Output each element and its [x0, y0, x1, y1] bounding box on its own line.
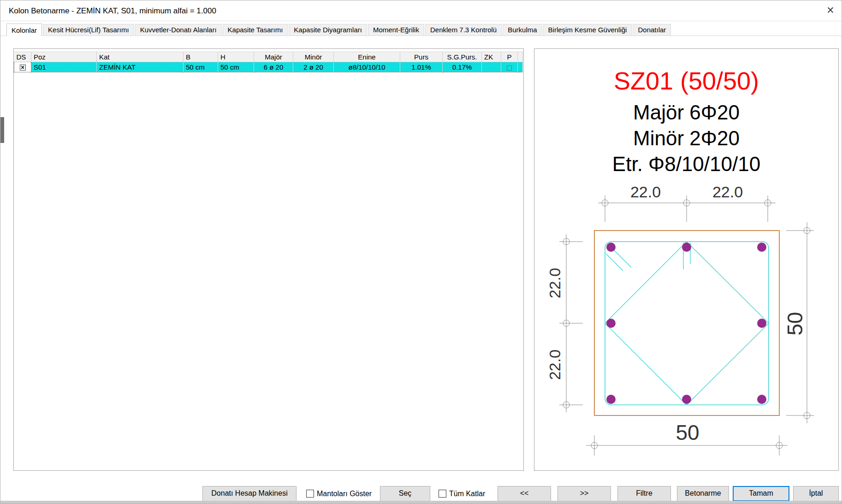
major-cell: 6 ø 20	[254, 62, 293, 72]
col-header-minor[interactable]: Minör	[293, 52, 334, 62]
tum-katlar-checkbox[interactable]	[439, 490, 446, 498]
p-cell[interactable]	[501, 62, 518, 72]
stirrup-hooks	[606, 243, 690, 271]
tab-birlesim-kesme-guvenligi[interactable]: Birleşim Kesme Güvenliği	[543, 24, 632, 36]
col-header-major[interactable]: Majör	[254, 52, 293, 62]
column-table: DS Poz Kat B H Majör Minör Enine Purs S.…	[14, 52, 523, 72]
col-header-sg-purs[interactable]: S.G.Purs.	[443, 52, 482, 62]
col-header-purs[interactable]: Purs	[400, 52, 443, 62]
minor-cell: 2 ø 20	[293, 62, 334, 72]
rebar-dot	[682, 243, 691, 252]
p-checkbox-unchecked[interactable]	[507, 65, 512, 71]
col-header-ds[interactable]: DS	[14, 52, 31, 62]
b-cell: 50 cm	[184, 62, 218, 72]
poz-cell: S01	[31, 62, 97, 72]
tab-strip: Kolonlar Kesit Hücresi(Lif) Tasarımı Kuv…	[0, 24, 842, 36]
col-header-h[interactable]: H	[218, 52, 254, 62]
table-row-s01[interactable]: × S01 ZEMİN KAT 50 cm 50 cm 6 ø 20 2 ø 2…	[14, 62, 523, 72]
column-list-panel: DS Poz Kat B H Majör Minör Enine Purs S.…	[13, 48, 524, 471]
kat-cell: ZEMİN KAT	[97, 62, 184, 72]
tab-burkulma[interactable]: Burkulma	[503, 24, 542, 36]
betonarme-button[interactable]: Betonarme	[677, 486, 729, 501]
next-button[interactable]: >>	[557, 486, 611, 501]
dim-label-top-left: 22.0	[630, 183, 661, 201]
ds-cell[interactable]: ×	[14, 62, 31, 72]
enine-cell: ø8/10/10/10	[334, 62, 400, 72]
h-cell: 50 cm	[218, 62, 254, 72]
tab-kapasite-diyagramlari[interactable]: Kapasite Diyagramları	[289, 24, 367, 36]
rebar-dot	[757, 395, 766, 404]
tab-kolonlar[interactable]: Kolonlar	[6, 24, 42, 36]
rebar-dot	[757, 319, 766, 328]
title-bar: Kolon Betonarme - ZEMİN KAT, S01, minimu…	[0, 0, 842, 21]
tamam-button[interactable]: Tamam	[733, 486, 789, 501]
tum-katlar-label: Tüm Katlar	[449, 490, 485, 498]
dimension-left	[559, 234, 583, 412]
dim-label-bottom: 50	[676, 421, 699, 445]
rebar-dot	[606, 243, 616, 252]
col-header-kat[interactable]: Kat	[97, 52, 184, 62]
dialog-bottom-edge	[0, 501, 842, 504]
tab-kapasite-tasarimi[interactable]: Kapasite Tasarımı	[223, 24, 288, 36]
tab-moment-egrilik[interactable]: Moment-Eğrilik	[368, 24, 424, 36]
dim-label-left-top: 22.0	[546, 268, 563, 298]
tab-kuvvetler-donati-alanlari[interactable]: Kuvvetler-Donatı Alanları	[135, 24, 222, 36]
window-title: Kolon Betonarme - ZEMİN KAT, S01, minimu…	[9, 6, 216, 16]
tab-donatilar[interactable]: Donatılar	[633, 24, 671, 36]
col-header-poz[interactable]: Poz	[31, 52, 97, 62]
col-header-p[interactable]: P	[501, 52, 518, 62]
donati-hesap-makinesi-button[interactable]: Donatı Hesap Makinesi	[202, 486, 296, 501]
sec-button[interactable]: Seç	[380, 486, 430, 501]
section-drawing-panel: SZ01 (50/50) Majör 6Φ20 Minör 2Φ20 Etr. …	[534, 48, 839, 471]
mantolari-goster-label: Mantoları Göster	[317, 490, 372, 498]
zk-cell	[482, 62, 501, 72]
tab-denklem-73-kontrolu[interactable]: Denklem 7.3 Kontrolü	[425, 24, 502, 36]
close-icon[interactable]: ×	[822, 3, 839, 18]
background-artifact	[0, 117, 4, 143]
filtre-button[interactable]: Filtre	[617, 486, 671, 501]
mantolari-goster-checkbox[interactable]	[306, 490, 314, 498]
dim-label-right: 50	[783, 312, 807, 335]
section-drawing: 22.0 22.0 22.0 22.0 50 50	[534, 49, 838, 470]
col-header-filler	[518, 52, 523, 62]
iptal-button[interactable]: İptal	[793, 486, 839, 501]
rebar-dot	[757, 243, 766, 252]
tab-kesit-hucresi-lif-tasarimi[interactable]: Kesit Hücresi(Lif) Tasarımı	[43, 24, 134, 36]
col-header-enine[interactable]: Enine	[334, 52, 400, 62]
sg-purs-cell: 0.17%	[443, 62, 482, 72]
rebar-dot	[682, 395, 691, 404]
rebar-dot	[606, 395, 616, 404]
col-header-b[interactable]: B	[184, 52, 218, 62]
dimension-top	[598, 196, 776, 222]
col-header-zk[interactable]: ZK	[482, 52, 501, 62]
dim-label-top-right: 22.0	[712, 183, 743, 201]
purs-cell: 1.01%	[400, 62, 443, 72]
ds-checkbox-checked[interactable]: ×	[20, 65, 26, 71]
dim-label-left-bottom: 22.0	[546, 350, 563, 380]
previous-button[interactable]: <<	[498, 486, 551, 501]
rebar-dot	[606, 319, 616, 328]
filler-cell	[518, 62, 523, 72]
table-header-row: DS Poz Kat B H Majör Minör Enine Purs S.…	[14, 52, 523, 62]
kolon-betonarme-dialog: { "window": { "title": "Kolon Betonarme …	[0, 0, 842, 504]
